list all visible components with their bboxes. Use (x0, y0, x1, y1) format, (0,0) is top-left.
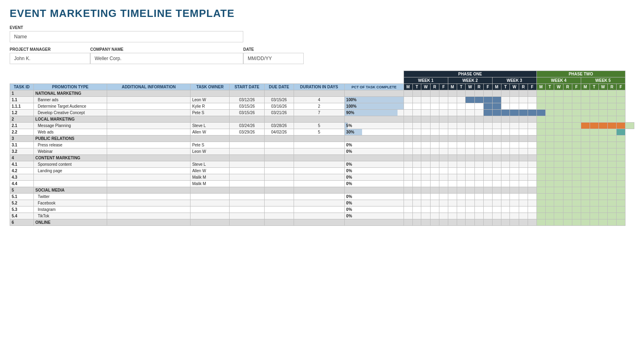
gantt-cell[interactable] (545, 206, 554, 213)
cell-task-owner[interactable]: Malik M (191, 181, 230, 187)
gantt-cell[interactable] (510, 206, 519, 213)
cell-duration[interactable]: 2 (294, 103, 344, 110)
gantt-cell[interactable] (501, 213, 510, 219)
gantt-cell[interactable] (563, 110, 572, 116)
cell-pct-complete[interactable]: 0% (344, 213, 404, 219)
gantt-cell[interactable] (412, 174, 421, 181)
gantt-cell[interactable] (519, 161, 528, 168)
gantt-cell[interactable] (501, 136, 510, 142)
cell-pct-complete[interactable] (344, 116, 404, 123)
gantt-cell[interactable] (501, 181, 510, 187)
gantt-cell[interactable] (421, 110, 430, 116)
gantt-cell[interactable] (404, 97, 412, 103)
cell-due-date[interactable] (264, 161, 294, 168)
cell-task-id[interactable]: 5.2 (10, 200, 34, 206)
gantt-cell[interactable] (545, 174, 554, 181)
cell-additional-info[interactable] (107, 110, 191, 116)
gantt-cell[interactable] (492, 142, 501, 148)
gantt-cell[interactable] (430, 200, 439, 206)
gantt-cell[interactable] (474, 161, 483, 168)
gantt-cell[interactable] (616, 142, 625, 148)
gantt-cell[interactable] (607, 213, 616, 219)
gantt-cell[interactable] (572, 142, 581, 148)
gantt-cell[interactable] (572, 90, 581, 97)
gantt-cell[interactable] (536, 136, 545, 142)
cell-due-date[interactable] (264, 174, 294, 181)
gantt-cell[interactable] (536, 200, 545, 206)
gantt-cell[interactable] (492, 116, 501, 123)
gantt-cell[interactable] (439, 181, 448, 187)
gantt-cell[interactable] (510, 97, 519, 103)
gantt-cell[interactable] (448, 148, 457, 155)
gantt-cell[interactable] (590, 148, 598, 155)
gantt-cell[interactable] (501, 90, 510, 97)
gantt-cell[interactable] (466, 200, 474, 206)
gantt-cell[interactable] (412, 219, 421, 226)
gantt-cell[interactable] (536, 161, 545, 168)
gantt-cell[interactable] (554, 129, 563, 136)
cell-task-id[interactable]: 1.1 (10, 97, 34, 103)
cell-task-id[interactable]: 3.2 (10, 148, 34, 155)
gantt-cell[interactable] (616, 148, 625, 155)
gantt-cell[interactable] (439, 103, 448, 110)
cell-task-owner[interactable] (191, 219, 230, 226)
cell-start-date[interactable] (230, 213, 264, 219)
gantt-cell[interactable] (616, 174, 625, 181)
gantt-cell[interactable] (510, 213, 519, 219)
gantt-cell[interactable] (545, 148, 554, 155)
gantt-cell[interactable] (483, 187, 492, 194)
gantt-cell[interactable] (501, 123, 510, 129)
cell-start-date[interactable]: 03/12/26 (230, 97, 264, 103)
gantt-cell[interactable] (581, 123, 590, 129)
cell-duration[interactable]: 7 (294, 110, 344, 116)
gantt-cell[interactable] (572, 129, 581, 136)
gantt-cell[interactable] (545, 116, 554, 123)
gantt-cell[interactable] (421, 97, 430, 103)
gantt-cell[interactable] (466, 174, 474, 181)
cell-due-date[interactable] (264, 200, 294, 206)
gantt-cell[interactable] (421, 155, 430, 161)
gantt-cell[interactable] (572, 174, 581, 181)
gantt-cell[interactable] (563, 187, 572, 194)
cell-pct-complete[interactable]: 100% (344, 97, 404, 103)
cell-start-date[interactable]: 03/29/26 (230, 129, 264, 136)
cell-task-owner[interactable]: Leon W (191, 148, 230, 155)
cell-task-id[interactable]: 2 (10, 116, 34, 123)
gantt-cell[interactable] (598, 110, 607, 116)
gantt-cell[interactable] (448, 219, 457, 226)
gantt-cell[interactable] (439, 148, 448, 155)
gantt-cell[interactable] (457, 200, 466, 206)
gantt-cell[interactable] (528, 97, 536, 103)
gantt-cell[interactable] (412, 161, 421, 168)
gantt-cell[interactable] (510, 123, 519, 129)
cell-task-owner[interactable]: Steve L (191, 161, 230, 168)
gantt-cell[interactable] (448, 155, 457, 161)
gantt-cell[interactable] (572, 155, 581, 161)
gantt-cell[interactable] (492, 219, 501, 226)
gantt-cell[interactable] (572, 103, 581, 110)
cell-pct-complete[interactable]: 0% (344, 161, 404, 168)
gantt-cell[interactable] (572, 110, 581, 116)
gantt-cell[interactable] (430, 161, 439, 168)
gantt-cell[interactable] (430, 155, 439, 161)
gantt-cell[interactable] (581, 200, 590, 206)
gantt-cell[interactable] (590, 200, 598, 206)
cell-duration[interactable] (294, 174, 344, 181)
cell-start-date[interactable] (230, 200, 264, 206)
gantt-cell[interactable] (519, 148, 528, 155)
cell-due-date[interactable] (264, 168, 294, 174)
gantt-cell[interactable] (501, 200, 510, 206)
gantt-cell[interactable] (483, 161, 492, 168)
gantt-cell[interactable] (590, 97, 598, 103)
gantt-cell[interactable] (483, 155, 492, 161)
gantt-cell[interactable] (528, 206, 536, 213)
gantt-cell[interactable] (457, 206, 466, 213)
cell-task-id[interactable]: 3.1 (10, 142, 34, 148)
gantt-cell[interactable] (581, 90, 590, 97)
gantt-cell[interactable] (474, 136, 483, 142)
cell-due-date[interactable] (264, 181, 294, 187)
gantt-cell[interactable] (430, 103, 439, 110)
gantt-cell[interactable] (510, 174, 519, 181)
gantt-cell[interactable] (483, 129, 492, 136)
gantt-cell[interactable] (483, 194, 492, 200)
